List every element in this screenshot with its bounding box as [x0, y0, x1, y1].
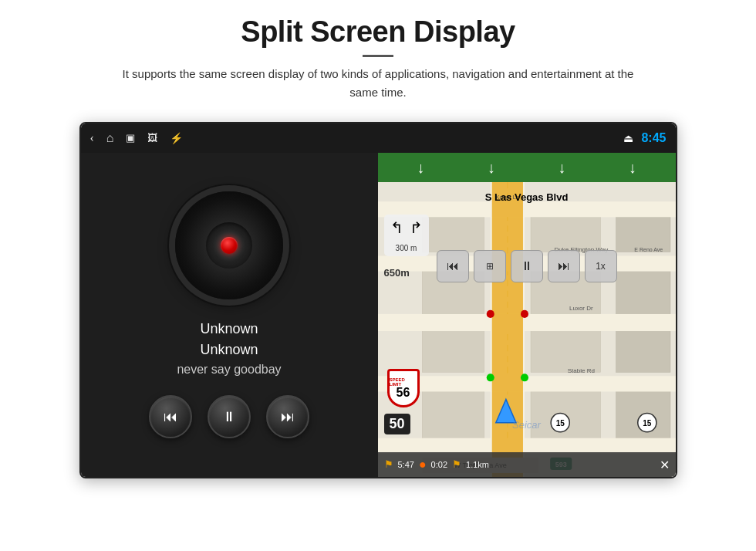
page-title: Split Screen Display: [108, 15, 648, 49]
svg-point-23: [520, 310, 528, 318]
svg-rect-3: [422, 326, 484, 372]
title-section: Split Screen Display It supports the sam…: [108, 15, 648, 116]
nav-play-button[interactable]: ⏸: [511, 250, 543, 282]
nav-panel: ↓ ↓ ↓ ↓: [378, 153, 676, 477]
nav-next-icon: ⏭: [558, 259, 570, 273]
album-center-dot: [221, 237, 238, 254]
nav-play-icon: ⏸: [521, 259, 533, 273]
svg-rect-9: [616, 326, 670, 372]
track-artist: Unknown: [177, 342, 281, 358]
speed-limit-sign: SPEED LIMIT 56: [387, 369, 420, 407]
nav-turn-box: ↰ ↱ 300 m: [384, 215, 429, 256]
nav-arrow-4: ↓: [629, 159, 636, 177]
svg-text:E Reno Ave: E Reno Ave: [634, 247, 663, 252]
nav-prev-button[interactable]: ⏮: [437, 250, 469, 282]
svg-rect-6: [531, 326, 600, 372]
page-container: Split Screen Display It supports the sam…: [0, 0, 756, 551]
usb-icon[interactable]: ⚡: [170, 132, 183, 145]
music-panel: Unknown Unknown never say goodbay ⏮ ⏸ ⏭: [81, 153, 378, 477]
route-50-sign: 50: [384, 414, 410, 434]
nav-bottom-distance: 1.1km: [466, 460, 489, 469]
turn-left-icon: ↰: [390, 218, 403, 237]
title-divider: [363, 55, 393, 57]
album-inner-ring: [206, 222, 252, 269]
nav-bottom-duration: 0:02: [431, 460, 447, 469]
nav-bottom-time: 5:47: [398, 460, 414, 469]
svg-point-22: [486, 310, 494, 318]
nav-top-bar: ↓ ↓ ↓ ↓: [378, 153, 676, 182]
status-time: 8:45: [641, 131, 666, 145]
main-content: Unknown Unknown never say goodbay ⏮ ⏸ ⏭: [81, 153, 676, 477]
track-title: Unknown: [177, 321, 281, 337]
status-bar: ‹ ⌂ ▣ 🖼 ⚡ ⏏ 8:45: [81, 123, 676, 153]
nav-arrow-1: ↓: [417, 159, 424, 177]
nav-menu-icon: ⊞: [486, 261, 494, 272]
distance-label: 650m: [384, 267, 410, 279]
status-right: ⏏ 8:45: [623, 131, 666, 145]
nav-arrow-3: ↓: [558, 159, 565, 177]
nav-close-button[interactable]: ✕: [660, 458, 670, 472]
svg-rect-10: [422, 384, 484, 445]
nav-speed-button[interactable]: 1x: [585, 250, 617, 282]
prev-icon: ⏮: [164, 409, 177, 425]
map-area: Koval Ln Duke Ellington Way Luxor Dr Sta…: [378, 182, 676, 477]
svg-text:15: 15: [555, 419, 565, 428]
playback-controls: ⏮ ⏸ ⏭: [149, 395, 309, 438]
svg-rect-21: [491, 182, 522, 477]
play-pause-button[interactable]: ⏸: [208, 395, 251, 438]
next-button[interactable]: ⏭: [266, 395, 309, 438]
svg-text:15: 15: [643, 419, 652, 428]
turn-right-icon: ↱: [410, 218, 423, 237]
nav-route-flag-end: ⚑: [452, 458, 461, 471]
svg-text:Stable Rd: Stable Rd: [567, 367, 594, 374]
nav-dot-separator: ●: [419, 458, 427, 472]
nav-arrow-2: ↓: [488, 159, 495, 177]
album-art: [175, 191, 283, 299]
svg-point-24: [486, 374, 494, 381]
home-icon[interactable]: ⌂: [106, 131, 114, 145]
next-icon: ⏭: [281, 409, 295, 425]
track-album: never say goodbay: [177, 363, 281, 377]
nav-playback-overlay: ⏮ ⊞ ⏸ ⏭ 1x: [437, 250, 617, 282]
speed-limit-number: 56: [397, 387, 410, 399]
nav-route-flag-start: ⚑: [384, 458, 393, 471]
nav-menu-button[interactable]: ⊞: [474, 250, 506, 282]
device-frame: ‹ ⌂ ▣ 🖼 ⚡ ⏏ 8:45: [79, 122, 677, 478]
svg-rect-20: [378, 438, 676, 454]
svg-point-25: [520, 374, 528, 381]
status-bar-icons: ‹ ⌂ ▣ 🖼 ⚡: [90, 131, 610, 145]
nav-street-label: S Las Vegas Blvd: [485, 191, 569, 203]
track-info: Unknown Unknown never say goodbay: [177, 321, 281, 377]
page-subtitle: It supports the same screen display of t…: [108, 65, 648, 102]
gallery-icon[interactable]: 🖼: [147, 132, 157, 144]
nav-next-button[interactable]: ⏭: [548, 250, 580, 282]
play-pause-icon: ⏸: [222, 409, 236, 425]
turn-distance: 300 m: [396, 244, 417, 252]
nav-bottom-bar: ⚑ 5:47 ● 0:02 ⚑ 1.1km ✕: [378, 452, 676, 477]
prev-button[interactable]: ⏮: [149, 395, 192, 438]
eject-icon[interactable]: ⏏: [623, 132, 633, 145]
svg-text:Luxor Dr: Luxor Dr: [569, 305, 592, 312]
recent-apps-icon[interactable]: ▣: [126, 132, 135, 144]
nav-speed-label: 1x: [596, 261, 606, 272]
back-icon[interactable]: ‹: [90, 131, 94, 145]
nav-prev-icon: ⏮: [447, 259, 459, 273]
